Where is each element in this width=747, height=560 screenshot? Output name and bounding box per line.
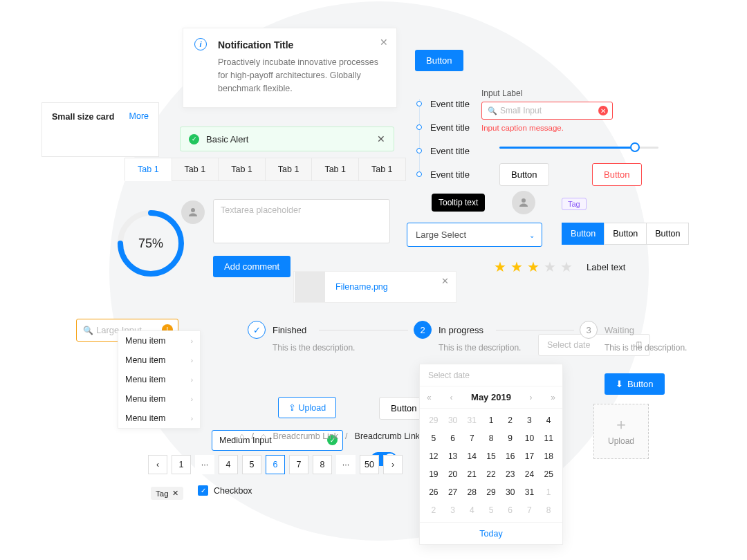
rating[interactable]: ★ ★ ★ ★ ★ Label text	[494, 259, 625, 275]
checkbox[interactable]: ✓ Checkbox	[198, 485, 252, 496]
breadcrumb-link[interactable]: Breadcrumb Link	[273, 431, 339, 441]
tooltip: Tooltip text	[432, 194, 485, 212]
calendar-day[interactable]: 29	[481, 483, 501, 501]
tab[interactable]: Tab 1	[172, 158, 219, 181]
tab[interactable]: Tab 1	[218, 158, 265, 181]
year-next-icon[interactable]: »	[551, 393, 555, 402]
calendar-day[interactable]: 3	[520, 411, 540, 429]
star-icon[interactable]: ★	[510, 259, 523, 275]
close-icon[interactable]: ✕	[172, 489, 178, 498]
calendar-day[interactable]: 9	[501, 429, 520, 447]
primary-button[interactable]: Button	[415, 50, 463, 71]
today-link[interactable]: Today	[479, 529, 502, 539]
calendar-day[interactable]: 19	[424, 465, 443, 483]
calendar-day[interactable]: 26	[424, 483, 443, 501]
calendar-day[interactable]: 23	[501, 465, 520, 483]
upload-icon: ⇪	[288, 403, 296, 413]
month-next-icon[interactable]: ›	[530, 393, 533, 402]
upload-button[interactable]: ⇪ Upload	[278, 397, 336, 418]
calendar-day[interactable]: 15	[481, 447, 501, 465]
upload-dropzone[interactable]: ＋ Upload	[593, 404, 649, 459]
slider-knob[interactable]	[630, 142, 640, 152]
month-prev-icon[interactable]: ‹	[450, 393, 452, 402]
calendar-day[interactable]: 12	[424, 447, 443, 465]
tab[interactable]: Tab 1	[311, 158, 358, 181]
check-icon: ✓	[189, 134, 199, 144]
star-icon[interactable]: ★	[560, 259, 573, 275]
textarea[interactable]: Textarea placeholder	[213, 199, 390, 243]
file-name[interactable]: Filename.png	[335, 282, 388, 292]
calendar-day[interactable]: 27	[443, 483, 463, 501]
menu-item[interactable]: Menu item›	[118, 331, 200, 351]
menu-item[interactable]: Menu item›	[118, 389, 200, 409]
calendar-day[interactable]: 31	[520, 483, 540, 501]
button[interactable]: Button	[646, 223, 689, 245]
tab[interactable]: Tab 1	[358, 158, 406, 181]
input-caption: Input caption message.	[481, 124, 613, 132]
slider[interactable]	[499, 142, 658, 152]
calendar-day[interactable]: 25	[539, 465, 558, 483]
calendar-day[interactable]: 18	[539, 447, 558, 465]
page[interactable]: 5	[242, 455, 261, 474]
menu-item[interactable]: Menu item›	[118, 409, 200, 428]
page[interactable]: 8	[313, 455, 332, 474]
page-next[interactable]: ›	[383, 455, 403, 474]
star-icon[interactable]: ★	[494, 259, 506, 275]
calendar-day[interactable]: 10	[520, 429, 540, 447]
page[interactable]: 50	[360, 455, 379, 474]
calendar-day[interactable]: 13	[443, 447, 463, 465]
calendar-day[interactable]: 21	[462, 465, 481, 483]
year-prev-icon[interactable]: «	[427, 393, 432, 402]
upload-label: Upload	[298, 403, 326, 413]
menu-item[interactable]: Menu item›	[118, 351, 200, 370]
tab[interactable]: Tab 1	[265, 158, 312, 181]
large-select[interactable]: Large Select ⌄	[407, 223, 542, 247]
calendar-day[interactable]: 28	[462, 483, 481, 501]
menu-item[interactable]: Menu item›	[118, 370, 200, 389]
card-more-link[interactable]: More	[129, 111, 149, 121]
download-button[interactable]: ⬇ Button	[605, 373, 665, 395]
calendar-day[interactable]: 22	[481, 465, 501, 483]
small-input[interactable]: 🔍 Small Input ✕	[481, 102, 613, 120]
calendar-title[interactable]: May 2019	[471, 392, 511, 402]
calendar-day[interactable]: 2	[501, 411, 520, 429]
danger-button[interactable]: Button	[592, 163, 642, 186]
button-group: Button Button Button	[562, 223, 689, 245]
notification-title: Notification Title	[218, 39, 384, 50]
calendar-day[interactable]: 17	[520, 447, 540, 465]
close-icon[interactable]: ✕	[380, 37, 388, 48]
button[interactable]: Button	[604, 223, 646, 245]
calendar-day[interactable]: 7	[462, 429, 481, 447]
calendar-day[interactable]: 14	[462, 447, 481, 465]
page-ellipsis: ···	[195, 455, 214, 474]
page[interactable]: 1	[172, 455, 191, 474]
tag[interactable]: Tag	[562, 198, 587, 210]
calendar-day[interactable]: 30	[501, 483, 520, 501]
rating-label: Label text	[587, 262, 625, 272]
calendar-day[interactable]: 1	[481, 411, 501, 429]
calendar-day[interactable]: 5	[424, 429, 443, 447]
calendar-day[interactable]: 16	[501, 447, 520, 465]
calendar-day[interactable]: 11	[539, 429, 558, 447]
star-icon[interactable]: ★	[527, 259, 540, 275]
calendar-day[interactable]: 8	[481, 429, 501, 447]
alert-text: Basic Alert	[206, 134, 248, 144]
close-icon[interactable]: ✕	[377, 133, 385, 144]
calendar-day[interactable]: 20	[443, 465, 463, 483]
calendar-day: 1	[539, 483, 558, 501]
tab[interactable]: Tab 1	[124, 158, 172, 181]
add-comment-button[interactable]: Add comment	[213, 256, 290, 277]
home-icon[interactable]: ⌂	[239, 431, 245, 441]
calendar-day[interactable]: 6	[443, 429, 463, 447]
page[interactable]: 4	[219, 455, 238, 474]
default-button[interactable]: Button	[499, 163, 549, 186]
page-prev[interactable]: ‹	[148, 455, 167, 474]
star-icon[interactable]: ★	[544, 259, 556, 275]
close-icon[interactable]: ✕	[441, 276, 449, 286]
timeline-item: Event title	[416, 115, 470, 139]
calendar-day[interactable]: 24	[520, 465, 540, 483]
calendar-day[interactable]: 4	[539, 411, 558, 429]
page[interactable]: 6	[266, 455, 285, 474]
page[interactable]: 7	[289, 455, 308, 474]
button[interactable]: Button	[562, 223, 604, 245]
